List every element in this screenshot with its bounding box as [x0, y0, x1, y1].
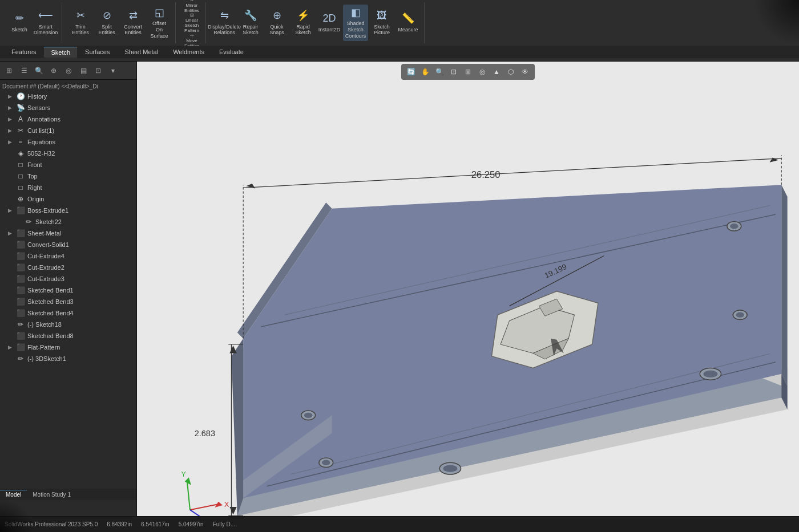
panel-btn-6[interactable]: ▤	[76, 64, 90, 78]
toolbar-btn-sketch[interactable]: ✏ Sketch	[7, 5, 32, 41]
tree-item-top[interactable]: □ Top	[0, 170, 136, 182]
tree-item-equations[interactable]: ▶ = Equations	[0, 136, 136, 148]
canvas-tool-view[interactable]: ◎	[476, 66, 489, 78]
sheet-metal-icon: ⬛	[16, 229, 25, 238]
svg-point-25	[736, 312, 744, 318]
status-bar: SolidWorks Professional 2023 SP5.0 6.843…	[0, 516, 799, 532]
smart-dimension-label: Smart Dimension	[34, 24, 58, 36]
toolbar-btn-repair-sketch[interactable]: 🔧 RepairSketch	[238, 5, 263, 41]
toolbar-btn-offset[interactable]: ◱ OffsetOnSurface	[147, 5, 172, 41]
sketch22-icon: ✏	[24, 217, 33, 226]
toolbar-tabs: Features Sketch Surfaces Sheet Metal Wel…	[0, 46, 799, 58]
tab-weldments[interactable]: Weldments	[166, 47, 211, 57]
convert-solid1-icon: ⬛	[16, 240, 25, 249]
trim-icon: ✂	[76, 10, 85, 22]
tree-item-convert-solid1[interactable]: ⬛ Convert-Solid1	[0, 239, 136, 250]
tree-item-sketch18[interactable]: ✏ (-) Sketch18	[0, 319, 136, 330]
bottom-tabs: Model Motion Study 1	[0, 489, 137, 500]
tree-item-cut-extrude3[interactable]: ⬛ Cut-Extrude3	[0, 273, 136, 285]
toolbar-btn-convert[interactable]: ⇄ ConvertEntities	[120, 5, 146, 41]
canvas-tool-pan[interactable]: ✋	[419, 66, 431, 78]
tree-item-sensors[interactable]: ▶ 📡 Sensors	[0, 102, 136, 113]
tree-item-boss-extrude1[interactable]: ▶ ⬛ Boss-Extrude1	[0, 205, 136, 216]
toolbar-btn-display-delete[interactable]: ⇋ Display/DeleteRelations	[212, 5, 237, 41]
canvas-tool-display[interactable]: ▲	[490, 66, 503, 78]
toolbar-btn-measure[interactable]: 📏 Measure	[396, 5, 421, 41]
tree-item-sketched-bend3[interactable]: ⬛ Sketched Bend3	[0, 296, 136, 307]
panel-btn-1[interactable]: ⊞	[2, 64, 16, 78]
canvas-tool-render[interactable]: ⬡	[505, 66, 517, 78]
tree-item-cutlist[interactable]: ▶ ✂ Cut list(1)	[0, 125, 136, 136]
tree-item-sketched-bend4[interactable]: ⬛ Sketched Bend4	[0, 307, 136, 319]
toolbar-btn-pattern[interactable]: ⊞ Linear Sketch Pattern	[181, 14, 202, 31]
toolbar-btn-instant2d[interactable]: 2D Instant2D	[317, 5, 342, 41]
panel-btn-5[interactable]: ◎	[62, 64, 75, 78]
tab-sketch[interactable]: Sketch	[44, 47, 77, 58]
tree-document-title[interactable]: Document ## (Default) <<Default>_Di	[0, 82, 136, 91]
convert-icon: ⇄	[129, 10, 138, 22]
tree-item-3dsketch1[interactable]: ✏ (-) 3DSketch1	[0, 353, 136, 364]
tree-item-front[interactable]: □ Front	[0, 159, 136, 170]
shaded-sketch-label: ShadedSketchContours	[345, 21, 366, 39]
tree-item-sketch22[interactable]: ✏ Sketch22	[0, 216, 136, 228]
toolbar-btn-trim[interactable]: ✂ TrimEntities	[68, 5, 93, 41]
tab-model[interactable]: Model	[0, 490, 27, 499]
svg-text:X: X	[224, 501, 229, 509]
toolbar-btn-smart-dimension[interactable]: ⟵ Smart Dimension	[33, 5, 58, 41]
toolbar-btn-quick-snaps[interactable]: ⊕ QuickSnaps	[264, 5, 289, 41]
tree-item-origin[interactable]: ⊕ Origin	[0, 193, 136, 205]
panel-btn-7[interactable]: ⊡	[91, 64, 105, 78]
annotations-icon: A	[16, 115, 25, 124]
tree-item-sketched-bend1[interactable]: ⬛ Sketched Bend1	[0, 285, 136, 296]
display-delete-label: Display/DeleteRelations	[208, 24, 241, 36]
toolbar-group-display: ⇋ Display/DeleteRelations 🔧 RepairSketch…	[208, 2, 425, 43]
canvas-tool-hide[interactable]: 👁	[519, 66, 531, 78]
sketched-bend3-icon: ⬛	[16, 297, 25, 306]
tab-motion-study[interactable]: Motion Study 1	[27, 490, 76, 499]
tab-features[interactable]: Features	[5, 47, 43, 57]
tree-item-right[interactable]: □ Right	[0, 182, 136, 193]
panel-btn-collapse[interactable]: ▾	[106, 64, 120, 78]
tree-item-cut-extrude4[interactable]: ⬛ Cut-Extrude4	[0, 250, 136, 262]
toolbar-btn-split[interactable]: ⊘ SplitEntities	[94, 5, 119, 41]
cut-extrude3-icon: ⬛	[16, 274, 25, 283]
tab-sheet-metal[interactable]: Sheet Metal	[118, 47, 165, 57]
canvas-tool-zoom-fit[interactable]: ⊡	[447, 66, 460, 78]
tab-evaluate[interactable]: Evaluate	[212, 47, 251, 57]
sensors-icon: 📡	[16, 103, 25, 112]
dimension-label-2683: 2.683	[195, 429, 215, 438]
tree-item-sheet-metal[interactable]: ▶ ⬛ Sheet-Metal	[0, 228, 136, 239]
equations-arrow: ▶	[8, 139, 16, 145]
tree-item-material[interactable]: ◈ 5052-H32	[0, 148, 136, 159]
canvas-tool-rotate[interactable]: 🔄	[405, 66, 417, 78]
toolbar: ✏ Sketch ⟵ Smart Dimension ✂ TrimEntitie…	[0, 0, 799, 62]
panel-btn-2[interactable]: ☰	[17, 64, 31, 78]
tree-item-history[interactable]: ▶ 🕐 History	[0, 91, 136, 102]
canvas-tool-section[interactable]: ⊞	[462, 66, 474, 78]
origin-icon: ⊕	[16, 194, 25, 204]
toolbar-btn-mirror[interactable]: ↔ Mirror Entities	[181, 0, 202, 14]
status-zoom: Fully D...	[213, 521, 235, 527]
shaded-sketch-icon: ◧	[351, 7, 361, 19]
main-canvas[interactable]: 🔄 ✋ 🔍 ⊡ ⊞ ◎ ▲ ⬡ 👁	[137, 62, 799, 516]
sketch-label: Sketch	[11, 27, 27, 33]
toolbar-btn-sketch-picture[interactable]: 🖼 SketchPicture	[369, 5, 394, 41]
toolbar-btn-rapid-sketch[interactable]: ⚡ RapidSketch	[290, 5, 316, 41]
toolbar-btn-shaded-sketch[interactable]: ◧ ShadedSketchContours	[343, 5, 368, 41]
tree-item-annotations[interactable]: ▶ A Annotations	[0, 113, 136, 125]
trim-label: TrimEntities	[72, 24, 89, 36]
canvas-tool-zoom[interactable]: 🔍	[433, 66, 446, 78]
measure-label: Measure	[398, 27, 418, 33]
material-icon: ◈	[16, 149, 25, 158]
panel-btn-4[interactable]: ⊕	[47, 64, 60, 78]
top-icon: □	[16, 172, 25, 181]
tree-item-flat-pattern[interactable]: ▶ ⬛ Flat-Pattern	[0, 342, 136, 353]
status-coord2: 6.541617in	[141, 521, 170, 527]
panel-btn-3[interactable]: 🔍	[32, 64, 46, 78]
left-panel: ⊞ ☰ 🔍 ⊕ ◎ ▤ ⊡ ▾ Document ## (Default) <<…	[0, 62, 137, 516]
tree-item-sketched-bend8[interactable]: ⬛ Sketched Bend8	[0, 330, 136, 342]
svg-point-23	[730, 224, 739, 229]
tree-item-cut-extrude2[interactable]: ⬛ Cut-Extrude2	[0, 262, 136, 273]
status-coord3: 5.04997in	[179, 521, 204, 527]
tab-surfaces[interactable]: Surfaces	[78, 47, 116, 57]
